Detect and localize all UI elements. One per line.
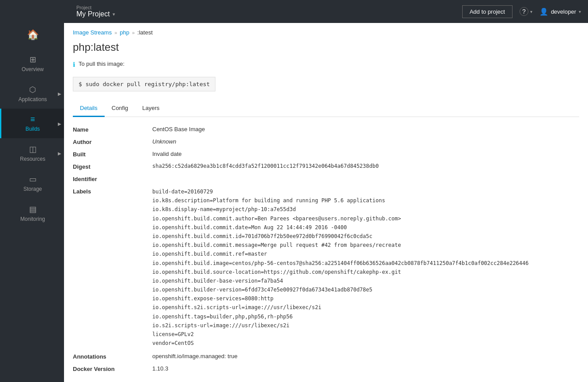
sidebar-item-overview[interactable]: ⊞ Overview <box>0 49 64 79</box>
storage-icon: ▭ <box>29 174 37 184</box>
labels-label: Labels <box>73 188 152 195</box>
user-label: developer <box>551 8 576 15</box>
annotations-value: openshift.io/image.managed: true <box>152 353 579 359</box>
project-selector[interactable]: Project My Project ▾ <box>71 5 462 18</box>
details-table: Name CentOS Base Image Author Unknown Bu… <box>64 117 588 382</box>
sidebar-label-builds: Builds <box>26 126 40 132</box>
sidebar-item-builds[interactable]: ≡ Builds ▶ <box>0 109 64 138</box>
project-label: Project <box>76 5 457 10</box>
label-item: io.openshift.build.source-location=https… <box>152 268 579 276</box>
label-item: io.openshift.expose-services=8080:http <box>152 295 579 303</box>
sidebar-label-storage: Storage <box>23 186 42 192</box>
breadcrumb-latest: :latest <box>137 29 153 36</box>
detail-row-built: Built Invalid date <box>73 151 579 158</box>
label-item: io.openshift.build.commit.author=Ben Par… <box>152 215 579 223</box>
user-icon: 👤 <box>539 8 548 16</box>
label-item: io.openshift.s2i.scripts-url=image:///us… <box>152 303 579 312</box>
label-item: io.openshift.tags=builder,php,php56,rh-p… <box>152 313 579 321</box>
chevron-right-icon: ▶ <box>58 91 61 96</box>
topbar-right: ? ▾ 👤 developer ▾ <box>520 7 581 16</box>
built-value: Invalid date <box>152 151 579 157</box>
detail-row-author: Author Unknown <box>73 138 579 145</box>
sidebar-label-resources: Resources <box>20 156 45 162</box>
author-label: Author <box>73 138 152 145</box>
sidebar-item-monitoring[interactable]: ▤ Monitoring <box>0 198 64 228</box>
content-area: Image Streams » php » :latest php:latest… <box>64 23 588 382</box>
sidebar-label-applications: Applications <box>19 96 47 102</box>
digest-value: sha256:c52da6829ea3b1c8f4cdd3fa52f120001… <box>152 163 579 169</box>
identifier-label: Identifier <box>73 175 152 182</box>
label-item: build-date=20160729 <box>152 188 579 196</box>
label-item: io.openshift.build.commit.message=Merge … <box>152 241 579 250</box>
label-item: io.openshift.build.commit.date=Mon Aug 2… <box>152 223 579 232</box>
home-icon: 🏠 <box>27 29 39 41</box>
breadcrumb-image-streams[interactable]: Image Streams <box>73 29 112 36</box>
detail-row-annotations: Annotations openshift.io/image.managed: … <box>73 353 579 360</box>
label-item: io.openshift.builder-version=6fdd73c47e5… <box>152 286 579 294</box>
breadcrumb-sep-2: » <box>132 30 135 35</box>
pull-info: ℹ To pull this image: <box>73 61 579 68</box>
user-caret: ▾ <box>579 9 581 14</box>
help-menu[interactable]: ? ▾ <box>520 7 532 16</box>
detail-row-docker-version: Docker Version 1.10.3 <box>73 365 579 372</box>
caret-down-icon: ▾ <box>113 11 115 17</box>
label-item: io.openshift.builder-base-version=fa7ba5… <box>152 277 579 285</box>
sidebar-item-resources[interactable]: ◫ Resources ▶ <box>0 138 64 168</box>
monitoring-icon: ▤ <box>29 204 37 214</box>
sidebar-label-overview: Overview <box>22 66 44 72</box>
labels-value: build-date=20160729io.k8s.description=Pl… <box>152 188 579 348</box>
name-value: CentOS Base Image <box>152 126 579 132</box>
help-caret: ▾ <box>530 9 532 14</box>
sidebar-item-applications[interactable]: ⬡ Applications ▶ <box>0 79 64 109</box>
info-icon: ℹ <box>73 61 75 68</box>
label-item: io.openshift.build.commit.ref=master <box>152 250 579 258</box>
label-item: license=GPLv2 <box>152 330 579 339</box>
docker-version-label: Docker Version <box>73 365 152 372</box>
built-label: Built <box>73 151 152 158</box>
overview-icon: ⊞ <box>30 55 36 64</box>
label-item: io.s2i.scripts-url=image:///usr/libexec/… <box>152 321 579 330</box>
breadcrumb: Image Streams » php » :latest <box>64 23 588 39</box>
user-menu[interactable]: 👤 developer ▾ <box>539 8 581 16</box>
annotations-label: Annotations <box>73 353 152 360</box>
help-icon: ? <box>520 7 528 16</box>
sidebar-label-monitoring: Monitoring <box>20 216 45 222</box>
tabs: Details Config Layers <box>73 100 579 117</box>
label-item: io.k8s.display-name=myproject/php-10:a7e… <box>152 205 579 214</box>
label-item: vendor=CentOS <box>152 339 579 348</box>
add-to-project-button[interactable]: Add to project <box>462 5 513 18</box>
project-name: My Project ▾ <box>76 10 457 18</box>
detail-row-identifier: Identifier <box>73 175 579 182</box>
tab-config[interactable]: Config <box>105 100 136 117</box>
page-title: php:latest <box>64 39 588 61</box>
breadcrumb-php[interactable]: php <box>120 29 129 36</box>
detail-row-digest: Digest sha256:c52da6829ea3b1c8f4cdd3fa52… <box>73 163 579 170</box>
detail-row-labels: Labels build-date=20160729io.k8s.descrip… <box>73 188 579 348</box>
label-item: io.k8s.description=Platform for building… <box>152 197 579 205</box>
applications-icon: ⬡ <box>29 85 36 95</box>
pull-command[interactable]: $ sudo docker pull registry/php:latest <box>73 77 215 91</box>
docker-version-value: 1.10.3 <box>152 365 579 372</box>
label-item: io.openshift.build.commit.id=701d706b7f2… <box>152 232 579 241</box>
sidebar: 🏠 ⊞ Overview ⬡ Applications ▶ ≡ Builds ▶… <box>0 0 64 382</box>
topbar: Project My Project ▾ Add to project ? ▾ … <box>64 0 588 23</box>
builds-icon: ≡ <box>30 115 35 124</box>
pull-label: To pull this image: <box>79 61 124 67</box>
chevron-right-icon-builds: ▶ <box>58 121 61 126</box>
label-item: io.openshift.build.image=centos/php-56-c… <box>152 259 579 268</box>
tab-details[interactable]: Details <box>73 100 105 117</box>
tab-layers[interactable]: Layers <box>135 100 166 117</box>
detail-row-name: Name CentOS Base Image <box>73 126 579 133</box>
sidebar-item-storage[interactable]: ▭ Storage <box>0 168 64 198</box>
resources-icon: ◫ <box>29 144 37 154</box>
author-value: Unknown <box>152 138 579 145</box>
sidebar-item-home[interactable]: 🏠 <box>0 23 64 49</box>
breadcrumb-sep-1: » <box>114 30 117 35</box>
name-label: Name <box>73 126 152 133</box>
digest-label: Digest <box>73 163 152 170</box>
chevron-right-icon-resources: ▶ <box>58 151 61 156</box>
